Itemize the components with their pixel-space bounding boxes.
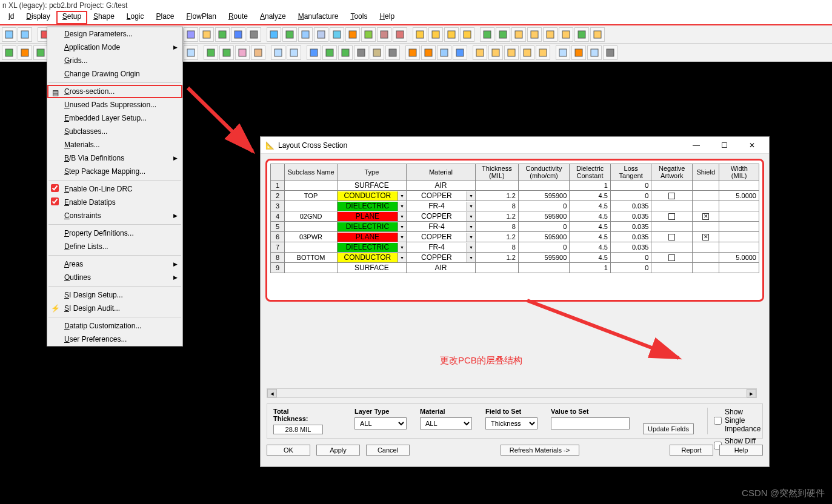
table-row[interactable]: 3DIELECTRIC▼FR-4▼804.50.035 bbox=[271, 201, 759, 211]
toolbar-button[interactable] bbox=[453, 45, 467, 60]
menu-help[interactable]: Help bbox=[373, 11, 401, 24]
toolbar-button[interactable] bbox=[271, 45, 285, 60]
table-row[interactable]: 402GNDPLANE▼COPPER▼1.25959004.50.035 bbox=[271, 211, 759, 222]
toolbar-button[interactable] bbox=[33, 45, 48, 60]
menu-item-user-preferences-[interactable]: User Preferences... bbox=[47, 333, 182, 346]
toolbar-button[interactable] bbox=[473, 45, 487, 60]
toolbar-button[interactable] bbox=[413, 27, 427, 42]
toolbar-button[interactable] bbox=[2, 27, 16, 42]
report-button[interactable]: Report bbox=[670, 445, 713, 456]
grid-header[interactable]: Subclass Name bbox=[285, 164, 338, 181]
menu-item-datatip-customization-[interactable]: Datatip Customization... bbox=[47, 319, 182, 333]
toolbar-button[interactable] bbox=[282, 27, 297, 42]
menu-item-embedded-layer-setup-[interactable]: Embedded Layer Setup... bbox=[47, 111, 182, 125]
menu-shape[interactable]: Shape bbox=[87, 11, 121, 24]
grid-header[interactable]: Loss Tangent bbox=[610, 164, 651, 181]
toolbar-button[interactable] bbox=[405, 45, 420, 60]
layer-type-select[interactable]: ALL bbox=[354, 417, 407, 429]
grid-header[interactable]: Width(MIL) bbox=[719, 164, 759, 181]
grid-header[interactable]: Thickness(MIL) bbox=[476, 164, 519, 181]
dropdown-icon[interactable]: ▼ bbox=[398, 222, 406, 231]
toolbar-button[interactable] bbox=[559, 27, 573, 42]
field-select[interactable]: Thickness bbox=[485, 417, 537, 429]
menu-logic[interactable]: Logic bbox=[121, 11, 150, 24]
toolbar-button[interactable] bbox=[511, 27, 526, 42]
menu-item-subclasses-[interactable]: Subclasses... bbox=[47, 125, 182, 138]
close-button[interactable]: ✕ bbox=[740, 137, 764, 154]
material-select[interactable]: ALL bbox=[420, 417, 472, 429]
refresh-materials-button[interactable]: Refresh Materials -> bbox=[501, 445, 579, 456]
toolbar-button[interactable] bbox=[385, 45, 400, 60]
scroll-left-icon[interactable]: ◄ bbox=[267, 389, 277, 397]
menu-manufacture[interactable]: Manufacture bbox=[292, 11, 345, 24]
toolbar-button[interactable] bbox=[2, 45, 16, 60]
menu-display[interactable]: Display bbox=[20, 11, 56, 24]
toolbar-button[interactable] bbox=[354, 45, 368, 60]
toolbar-button[interactable] bbox=[298, 27, 313, 42]
toolbar-button[interactable] bbox=[370, 45, 384, 60]
menu-item-si-design-audit-[interactable]: ⚡SI Design Audit... bbox=[47, 302, 182, 315]
menu-item-property-definitions-[interactable]: Property Definitions... bbox=[47, 227, 182, 240]
toolbar-button[interactable] bbox=[18, 27, 32, 42]
menu-item-areas[interactable]: Areas▶ bbox=[47, 257, 182, 271]
toolbar-button[interactable] bbox=[590, 27, 605, 42]
dropdown-icon[interactable]: ▼ bbox=[467, 212, 475, 221]
table-row[interactable]: 8BOTTOMCONDUCTOR▼COPPER▼1.25959004.505.0… bbox=[271, 253, 759, 263]
toolbar-button[interactable] bbox=[504, 45, 519, 60]
menu-item-enable-on-line-drc[interactable]: Enable On-Line DRC bbox=[47, 182, 182, 196]
toolbar-button[interactable] bbox=[247, 27, 261, 42]
dropdown-icon[interactable]: ▼ bbox=[467, 253, 475, 262]
menu-ld[interactable]: ld bbox=[2, 11, 20, 24]
toolbar-button[interactable] bbox=[536, 45, 550, 60]
toolbar-button[interactable] bbox=[574, 27, 589, 42]
dialog-titlebar[interactable]: 📐 Layout Cross Section — ☐ ✕ bbox=[261, 137, 769, 154]
toolbar-button[interactable] bbox=[307, 45, 321, 60]
menu-item-step-package-mapping-[interactable]: Step Package Mapping... bbox=[47, 165, 182, 178]
dropdown-icon[interactable]: ▼ bbox=[398, 202, 406, 211]
toolbar-button[interactable] bbox=[377, 27, 391, 42]
menu-item-outlines[interactable]: Outlines▶ bbox=[47, 271, 182, 284]
menu-item-unused-pads-suppression-[interactable]: Unused Pads Suppression... bbox=[47, 98, 182, 111]
toolbar-button[interactable] bbox=[571, 45, 586, 60]
toolbar-button[interactable] bbox=[527, 27, 542, 42]
show-single-impedance-checkbox[interactable] bbox=[714, 417, 722, 425]
toolbar-button[interactable] bbox=[204, 45, 218, 60]
grid-header[interactable]: Conductivity(mho/cm) bbox=[518, 164, 570, 181]
minimize-button[interactable]: — bbox=[684, 137, 708, 154]
cancel-button[interactable]: Cancel bbox=[366, 445, 410, 456]
menu-setup[interactable]: Setup bbox=[56, 11, 87, 24]
dropdown-icon[interactable]: ▼ bbox=[467, 191, 475, 201]
toolbar-button[interactable] bbox=[480, 27, 494, 42]
menu-item-si-design-setup-[interactable]: SI Design Setup... bbox=[47, 288, 182, 302]
menu-flowplan[interactable]: FlowPlan bbox=[181, 11, 222, 24]
menu-place[interactable]: Place bbox=[150, 11, 181, 24]
toolbar-button[interactable] bbox=[556, 45, 570, 60]
table-row[interactable]: 7DIELECTRIC▼FR-4▼804.50.035 bbox=[271, 242, 759, 253]
apply-button[interactable]: Apply bbox=[316, 445, 360, 456]
dropdown-icon[interactable]: ▼ bbox=[467, 222, 475, 231]
toolbar-button[interactable] bbox=[603, 45, 617, 60]
toolbar-button[interactable] bbox=[496, 27, 510, 42]
grid-header[interactable]: Type bbox=[337, 164, 406, 181]
toolbar-button[interactable] bbox=[184, 27, 198, 42]
dropdown-icon[interactable]: ▼ bbox=[398, 191, 406, 201]
dropdown-icon[interactable]: ▼ bbox=[398, 243, 406, 252]
toolbar-button[interactable] bbox=[520, 45, 534, 60]
menu-analyze[interactable]: Analyze bbox=[254, 11, 292, 24]
toolbar-button[interactable] bbox=[444, 27, 459, 42]
menu-route[interactable]: Route bbox=[222, 11, 254, 24]
toolbar-button[interactable] bbox=[460, 27, 474, 42]
toolbar-button[interactable] bbox=[543, 27, 557, 42]
help-button[interactable]: Help bbox=[719, 445, 763, 456]
toolbar-button[interactable] bbox=[267, 27, 281, 42]
toolbar-button[interactable] bbox=[18, 45, 32, 60]
stackup-grid[interactable]: Subclass NameTypeMaterialThickness(MIL)C… bbox=[270, 164, 759, 273]
grid-header[interactable]: Dielectric Constant bbox=[570, 164, 611, 181]
menu-tools[interactable]: Tools bbox=[344, 11, 373, 24]
toolbar-button[interactable] bbox=[330, 27, 344, 42]
toolbar-button[interactable] bbox=[361, 27, 376, 42]
toolbar-button[interactable] bbox=[184, 45, 198, 60]
toolbar-button[interactable] bbox=[287, 45, 301, 60]
toolbar-button[interactable] bbox=[587, 45, 602, 60]
toolbar-button[interactable] bbox=[428, 27, 443, 42]
